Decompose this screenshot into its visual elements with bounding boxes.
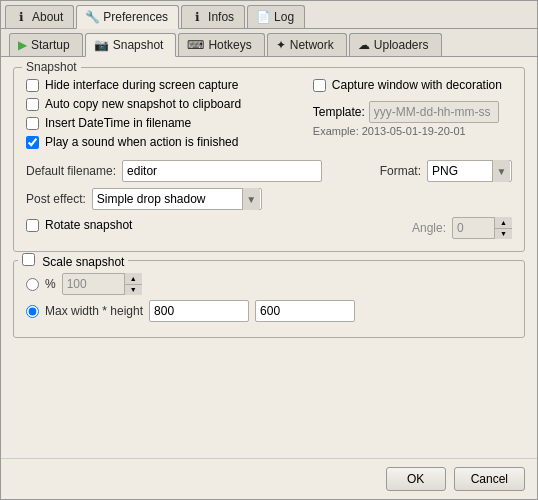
post-effect-select[interactable]: Simple drop shadow None Reflection bbox=[92, 188, 262, 210]
play-sound-label: Play a sound when action is finished bbox=[45, 135, 238, 149]
percent-label: % bbox=[45, 277, 56, 291]
preferences-icon: 🔧 bbox=[85, 10, 99, 24]
percent-radio[interactable] bbox=[26, 278, 39, 291]
tab-preferences-label: Preferences bbox=[103, 10, 168, 24]
template-input[interactable] bbox=[369, 101, 499, 123]
default-filename-label: Default filename: bbox=[26, 164, 116, 178]
infos-icon: ℹ bbox=[190, 10, 204, 24]
post-effect-row: Post effect: Simple drop shadow None Ref… bbox=[26, 188, 512, 210]
snapshot-camera-icon: 📷 bbox=[94, 38, 109, 52]
tab-startup-label: Startup bbox=[31, 38, 70, 52]
default-filename-input[interactable] bbox=[122, 160, 322, 182]
max-size-row: Max width * height bbox=[26, 300, 512, 322]
rotate-angle-row: Rotate snapshot Angle: ▲ ▼ bbox=[26, 216, 512, 239]
format-select-wrap: PNG JPG BMP GIF ▼ bbox=[427, 160, 512, 182]
percent-spinbox: ▲ ▼ bbox=[62, 273, 142, 295]
rotate-snapshot-label: Rotate snapshot bbox=[45, 218, 132, 232]
tab-uploaders[interactable]: ☁ Uploaders bbox=[349, 33, 442, 56]
percent-spin-up[interactable]: ▲ bbox=[125, 273, 142, 285]
bottom-bar: OK Cancel bbox=[1, 458, 537, 499]
template-label: Template: bbox=[313, 105, 365, 119]
capture-window-checkbox[interactable] bbox=[313, 79, 326, 92]
max-width-input[interactable] bbox=[149, 300, 249, 322]
capture-window-row: Capture window with decoration bbox=[313, 78, 512, 92]
insert-datetime-row: Insert DateTime in filename bbox=[26, 116, 305, 130]
max-size-radio[interactable] bbox=[26, 305, 39, 318]
default-filename-row: Default filename: Format: PNG JPG BMP GI… bbox=[26, 160, 512, 182]
tab-log[interactable]: 📄 Log bbox=[247, 5, 305, 28]
scale-group: Scale snapshot % ▲ ▼ bbox=[13, 260, 525, 338]
startup-play-icon: ▶ bbox=[18, 38, 27, 52]
auto-copy-checkbox[interactable] bbox=[26, 98, 39, 111]
angle-spin-down[interactable]: ▼ bbox=[495, 229, 512, 240]
tab-snapshot-label: Snapshot bbox=[113, 38, 164, 52]
percent-spin-down[interactable]: ▼ bbox=[125, 285, 142, 296]
example-text: Example: 2013-05-01-19-20-01 bbox=[313, 125, 512, 137]
rotate-snapshot-row: Rotate snapshot bbox=[26, 218, 132, 232]
insert-datetime-label: Insert DateTime in filename bbox=[45, 116, 191, 130]
tab-hotkeys-label: Hotkeys bbox=[208, 38, 251, 52]
rotate-snapshot-checkbox[interactable] bbox=[26, 219, 39, 232]
tab-log-label: Log bbox=[274, 10, 294, 24]
uploaders-icon: ☁ bbox=[358, 38, 370, 52]
main-content: Snapshot Hide interface during screen ca… bbox=[1, 57, 537, 458]
scale-snapshot-label: Scale snapshot bbox=[42, 255, 124, 269]
tab-uploaders-label: Uploaders bbox=[374, 38, 429, 52]
max-height-input[interactable] bbox=[255, 300, 355, 322]
auto-copy-label: Auto copy new snapshot to clipboard bbox=[45, 97, 241, 111]
capture-window-label: Capture window with decoration bbox=[332, 78, 502, 92]
format-label: Format: bbox=[380, 164, 421, 178]
hide-interface-checkbox[interactable] bbox=[26, 79, 39, 92]
play-sound-row: Play a sound when action is finished bbox=[26, 135, 305, 149]
tab-infos[interactable]: ℹ Infos bbox=[181, 5, 245, 28]
tab-network-label: Network bbox=[290, 38, 334, 52]
scale-snapshot-checkbox[interactable] bbox=[22, 253, 35, 266]
about-icon: ℹ bbox=[14, 10, 28, 24]
tab-about-label: About bbox=[32, 10, 63, 24]
tab-infos-label: Infos bbox=[208, 10, 234, 24]
format-select[interactable]: PNG JPG BMP GIF bbox=[427, 160, 512, 182]
scale-group-label: Scale snapshot bbox=[18, 253, 128, 269]
angle-input-row: Angle: ▲ ▼ bbox=[412, 217, 512, 239]
tab-preferences[interactable]: 🔧 Preferences bbox=[76, 5, 179, 29]
tab-snapshot[interactable]: 📷 Snapshot bbox=[85, 33, 177, 57]
angle-spin-up[interactable]: ▲ bbox=[495, 217, 512, 229]
top-tab-bar: ℹ About 🔧 Preferences ℹ Infos 📄 Log bbox=[1, 1, 537, 29]
tab-startup[interactable]: ▶ Startup bbox=[9, 33, 83, 56]
tab-hotkeys[interactable]: ⌨ Hotkeys bbox=[178, 33, 264, 56]
snapshot-group: Snapshot Hide interface during screen ca… bbox=[13, 67, 525, 252]
auto-copy-row: Auto copy new snapshot to clipboard bbox=[26, 97, 305, 111]
second-tab-bar: ▶ Startup 📷 Snapshot ⌨ Hotkeys ✦ Network… bbox=[1, 29, 537, 57]
max-size-label: Max width * height bbox=[45, 304, 143, 318]
percent-row: % ▲ ▼ bbox=[26, 273, 512, 295]
tab-about[interactable]: ℹ About bbox=[5, 5, 74, 28]
play-sound-checkbox[interactable] bbox=[26, 136, 39, 149]
hide-interface-row: Hide interface during screen capture bbox=[26, 78, 305, 92]
angle-label: Angle: bbox=[412, 221, 446, 235]
hotkeys-icon: ⌨ bbox=[187, 38, 204, 52]
network-icon: ✦ bbox=[276, 38, 286, 52]
post-effect-select-wrap: Simple drop shadow None Reflection ▼ bbox=[92, 188, 262, 210]
hide-interface-label: Hide interface during screen capture bbox=[45, 78, 238, 92]
cancel-button[interactable]: Cancel bbox=[454, 467, 525, 491]
tab-network[interactable]: ✦ Network bbox=[267, 33, 347, 56]
angle-spinbox: ▲ ▼ bbox=[452, 217, 512, 239]
post-effect-label: Post effect: bbox=[26, 192, 86, 206]
ok-button[interactable]: OK bbox=[386, 467, 446, 491]
percent-spin-buttons: ▲ ▼ bbox=[124, 273, 142, 295]
log-icon: 📄 bbox=[256, 10, 270, 24]
insert-datetime-checkbox[interactable] bbox=[26, 117, 39, 130]
main-window: ℹ About 🔧 Preferences ℹ Infos 📄 Log ▶ St… bbox=[0, 0, 538, 500]
snapshot-group-label: Snapshot bbox=[22, 60, 81, 74]
angle-spin-buttons: ▲ ▼ bbox=[494, 217, 512, 239]
